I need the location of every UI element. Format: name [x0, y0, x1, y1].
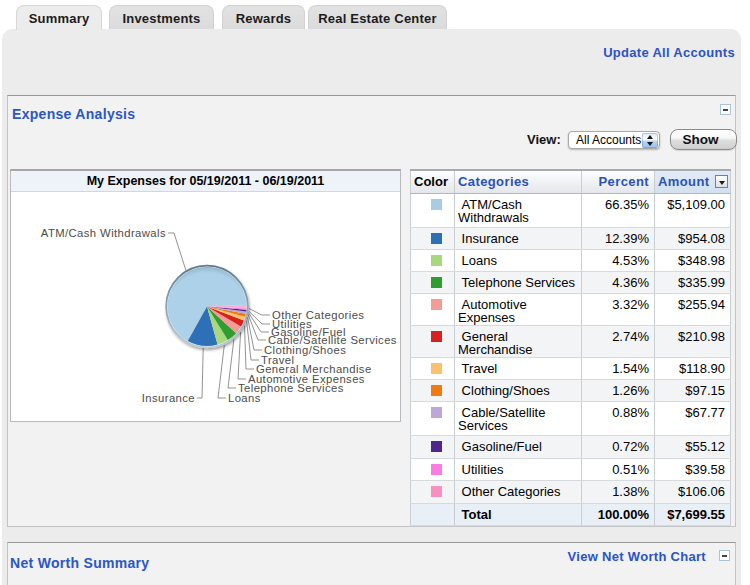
svg-text:ATM/Cash Withdrawals: ATM/Cash Withdrawals: [41, 227, 166, 239]
svg-text:Insurance: Insurance: [142, 392, 195, 404]
svg-text:Other Categories: Other Categories: [272, 309, 364, 321]
